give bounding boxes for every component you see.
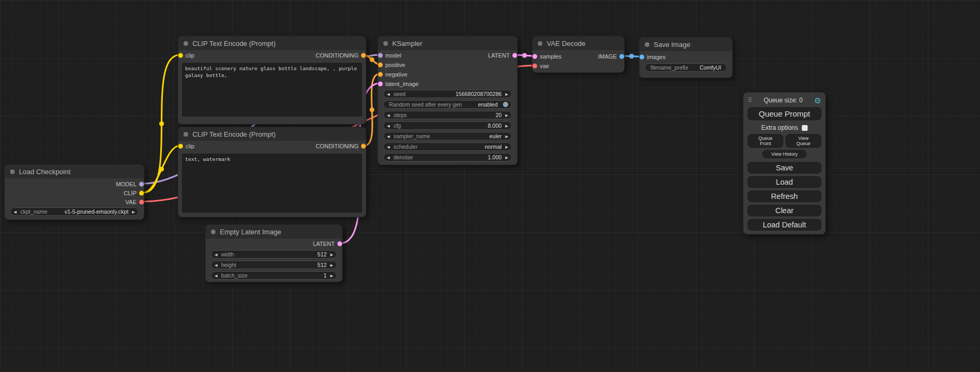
output-port-conditioning[interactable] bbox=[361, 144, 366, 149]
prompt-textarea[interactable]: text, watermark bbox=[182, 154, 362, 213]
node-title-bar[interactable]: VAE Decode bbox=[532, 36, 624, 50]
output-row-model: MODEL bbox=[5, 179, 144, 188]
prompt-textarea[interactable]: beautiful scenery nature glass bottle la… bbox=[182, 63, 362, 117]
output-port-model[interactable] bbox=[139, 182, 144, 186]
node-title-bar[interactable]: Empty Latent Image bbox=[206, 225, 342, 239]
node-title-bar[interactable]: Load Checkpoint bbox=[5, 165, 144, 178]
output-port-clip[interactable] bbox=[139, 190, 144, 195]
increment-arrow-icon[interactable]: ▶ bbox=[331, 253, 333, 256]
widget-seed[interactable]: ◀ seed 156680208700286 ▶ bbox=[383, 90, 512, 98]
samples-wire bbox=[515, 55, 534, 56]
collapse-dot-icon[interactable] bbox=[183, 41, 188, 46]
refresh-button[interactable]: Refresh bbox=[748, 190, 821, 202]
image-wire-midpoint-dot bbox=[629, 54, 634, 59]
input-port-positive[interactable] bbox=[378, 63, 383, 68]
node-title-bar[interactable]: KSampler bbox=[378, 36, 517, 50]
widget-label: Random seed after every gen bbox=[389, 101, 462, 108]
widget-denoise[interactable]: ◀ denoise 1.000 ▶ bbox=[383, 153, 512, 161]
queue-prompt-button[interactable]: Queue Prompt bbox=[748, 107, 821, 120]
widget-label: denoise bbox=[393, 154, 413, 160]
input-port-samples[interactable] bbox=[532, 54, 537, 59]
decrement-arrow-icon[interactable]: ◀ bbox=[387, 113, 390, 117]
collapse-dot-icon[interactable] bbox=[183, 132, 188, 137]
node-title-bar[interactable]: CLIP Text Encode (Prompt) bbox=[178, 36, 366, 50]
widget-cfg[interactable]: ◀ cfg 8.000 ▶ bbox=[383, 121, 512, 130]
increment-arrow-icon[interactable]: ▶ bbox=[331, 274, 333, 278]
decrement-arrow-icon[interactable]: ◀ bbox=[215, 274, 217, 278]
decrement-arrow-icon[interactable]: ◀ bbox=[215, 253, 217, 256]
widget-height[interactable]: ◀ height 512 ▶ bbox=[211, 261, 337, 269]
increment-arrow-icon[interactable]: ▶ bbox=[506, 145, 508, 149]
decrement-arrow-icon[interactable]: ◀ bbox=[387, 135, 390, 138]
node-vae-decode[interactable]: VAE Decode samples IMAGE vae bbox=[532, 36, 625, 73]
input-port-images[interactable] bbox=[639, 55, 644, 60]
output-port-image[interactable] bbox=[619, 54, 624, 59]
widget-ckpt-name[interactable]: ◀ ckpt_name v1-5-pruned-emaonly.ckpt ▶ bbox=[10, 207, 139, 216]
widget-width[interactable]: ◀ width 512 ▶ bbox=[211, 250, 337, 259]
output-port-latent[interactable] bbox=[512, 53, 517, 58]
collapse-dot-icon[interactable] bbox=[211, 230, 216, 234]
decrement-arrow-icon[interactable]: ◀ bbox=[14, 210, 16, 214]
output-port-vae[interactable] bbox=[139, 199, 144, 204]
increment-arrow-icon[interactable]: ▶ bbox=[506, 113, 508, 117]
collapse-dot-icon[interactable] bbox=[645, 42, 649, 47]
node-clip-text-encode-positive[interactable]: CLIP Text Encode (Prompt) clip CONDITION… bbox=[178, 36, 366, 125]
input-port-clip[interactable] bbox=[178, 53, 183, 58]
input-port-clip[interactable] bbox=[178, 144, 183, 149]
increment-arrow-icon[interactable]: ▶ bbox=[506, 124, 508, 128]
widget-batch-size[interactable]: ◀ batch_size 1 ▶ bbox=[211, 271, 337, 280]
save-button[interactable]: Save bbox=[748, 162, 821, 174]
increment-arrow-icon[interactable]: ▶ bbox=[132, 210, 135, 214]
increment-arrow-icon[interactable]: ▶ bbox=[506, 135, 508, 138]
increment-arrow-icon[interactable]: ▶ bbox=[506, 92, 508, 96]
node-title-bar[interactable]: Save Image bbox=[639, 37, 732, 51]
extra-options-checkbox[interactable] bbox=[802, 125, 808, 131]
decrement-arrow-icon[interactable]: ◀ bbox=[387, 156, 390, 159]
decrement-arrow-icon[interactable]: ◀ bbox=[387, 145, 390, 149]
input-port-negative[interactable] bbox=[378, 72, 383, 77]
drag-handle-icon[interactable]: ⠿ bbox=[748, 97, 752, 104]
output-port-conditioning[interactable] bbox=[361, 53, 366, 58]
widget-filename-prefix[interactable]: filename_prefix ComfyUI bbox=[645, 63, 727, 72]
widget-sampler-name[interactable]: ◀ sampler_name euler ▶ bbox=[383, 132, 512, 140]
node-title: CLIP Text Encode (Prompt) bbox=[192, 130, 276, 138]
decrement-arrow-icon[interactable]: ◀ bbox=[387, 124, 390, 128]
node-save-image[interactable]: Save Image images filename_prefix ComfyU… bbox=[639, 37, 733, 78]
settings-gear-icon[interactable]: ⚙ bbox=[814, 97, 821, 104]
decrement-arrow-icon[interactable]: ◀ bbox=[215, 263, 217, 267]
clip-positive-wire bbox=[143, 55, 180, 193]
collapse-dot-icon[interactable] bbox=[10, 169, 15, 174]
load-button[interactable]: Load bbox=[748, 176, 821, 188]
extra-options-row: Extra options bbox=[748, 124, 821, 131]
queue-front-button[interactable]: Queue Front bbox=[748, 134, 783, 148]
increment-arrow-icon[interactable]: ▶ bbox=[331, 263, 333, 267]
node-clip-text-encode-negative[interactable]: CLIP Text Encode (Prompt) clip CONDITION… bbox=[178, 127, 366, 217]
widget-value: 1 bbox=[324, 272, 327, 279]
node-ksampler[interactable]: KSampler model LATENT positive negative … bbox=[377, 36, 518, 165]
queue-menu-panel[interactable]: ⠿ Queue size: 0 ⚙ Queue Prompt Extra opt… bbox=[743, 92, 826, 234]
collapse-dot-icon[interactable] bbox=[383, 41, 388, 46]
queue-size-label: Queue size: 0 bbox=[752, 97, 814, 104]
input-port-latent-image[interactable] bbox=[378, 82, 383, 87]
output-port-latent[interactable] bbox=[337, 242, 342, 246]
widget-steps[interactable]: ◀ steps 20 ▶ bbox=[383, 111, 512, 119]
node-title-bar[interactable]: CLIP Text Encode (Prompt) bbox=[178, 127, 366, 141]
widget-random-seed-toggle[interactable]: Random seed after every gen enabled bbox=[383, 100, 512, 109]
decrement-arrow-icon[interactable]: ◀ bbox=[387, 92, 390, 96]
input-port-model[interactable] bbox=[378, 53, 383, 58]
port-label: clip bbox=[186, 52, 195, 59]
input-port-vae[interactable] bbox=[532, 64, 537, 69]
view-queue-button[interactable]: View Queue bbox=[785, 134, 821, 148]
node-empty-latent-image[interactable]: Empty Latent Image LATENT ◀ width 512 ▶ … bbox=[205, 224, 343, 282]
view-history-button[interactable]: View History bbox=[762, 150, 807, 158]
increment-arrow-icon[interactable]: ▶ bbox=[506, 156, 508, 159]
samples-wire-midpoint-dot bbox=[522, 53, 527, 58]
toggle-knob-icon[interactable] bbox=[503, 102, 508, 107]
collapse-dot-icon[interactable] bbox=[538, 41, 542, 46]
widget-scheduler[interactable]: ◀ scheduler normal ▶ bbox=[383, 142, 512, 151]
output-row-latent: LATENT bbox=[206, 239, 342, 249]
load-default-button[interactable]: Load Default bbox=[748, 219, 821, 231]
graph-canvas[interactable]: Load Checkpoint MODEL CLIP VAE ◀ ckpt_na… bbox=[0, 0, 980, 372]
node-load-checkpoint[interactable]: Load Checkpoint MODEL CLIP VAE ◀ ckpt_na… bbox=[4, 164, 144, 220]
clear-button[interactable]: Clear bbox=[748, 205, 821, 216]
